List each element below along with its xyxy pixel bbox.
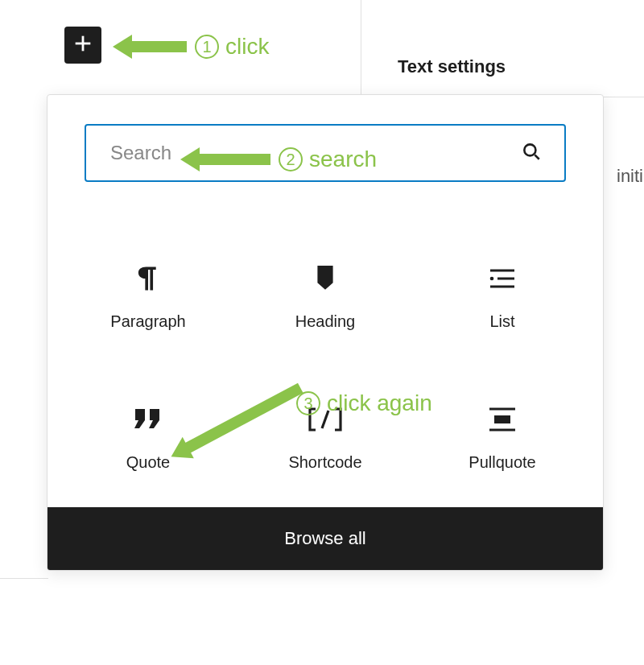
- text-settings-heading: Text settings: [398, 56, 506, 77]
- search-icon: [521, 141, 542, 165]
- block-heading[interactable]: Heading: [241, 262, 410, 331]
- paragraph-icon: [136, 262, 160, 295]
- add-block-button[interactable]: [64, 27, 101, 64]
- pullquote-icon: [488, 403, 517, 436]
- divider-vertical: [361, 0, 361, 97]
- browse-all-label: Browse all: [284, 528, 365, 548]
- svg-point-2: [524, 144, 535, 155]
- browse-all-button[interactable]: Browse all: [47, 507, 603, 570]
- svg-line-3: [535, 155, 539, 159]
- heading-icon: [315, 262, 336, 295]
- sidebar-truncated-text: initia: [617, 166, 644, 187]
- annotation-step-1: 1 click: [130, 34, 269, 60]
- block-label: Paragraph: [110, 312, 185, 331]
- block-label: List: [489, 312, 514, 331]
- block-label: Heading: [295, 312, 356, 331]
- search-field-wrapper[interactable]: [85, 124, 566, 182]
- svg-line-8: [322, 411, 328, 428]
- block-grid: Paragraph Heading List: [47, 198, 603, 507]
- block-paragraph[interactable]: Paragraph: [64, 262, 233, 331]
- svg-rect-10: [494, 415, 510, 423]
- block-pullquote[interactable]: Pullquote: [418, 403, 587, 472]
- plus-icon: [72, 32, 94, 58]
- block-label: Pullquote: [469, 453, 535, 472]
- block-label: Shortcode: [288, 453, 361, 472]
- block-list[interactable]: List: [418, 262, 587, 331]
- search-input[interactable]: [109, 141, 521, 165]
- svg-point-5: [490, 277, 494, 281]
- block-inserter-popover: Paragraph Heading List: [47, 94, 604, 571]
- list-icon: [489, 262, 516, 295]
- divider-horizontal-left: [0, 578, 48, 579]
- block-shortcode[interactable]: Shortcode: [241, 403, 410, 472]
- shortcode-icon: [308, 403, 343, 436]
- quote-icon: [132, 403, 164, 436]
- block-label: Quote: [126, 453, 170, 472]
